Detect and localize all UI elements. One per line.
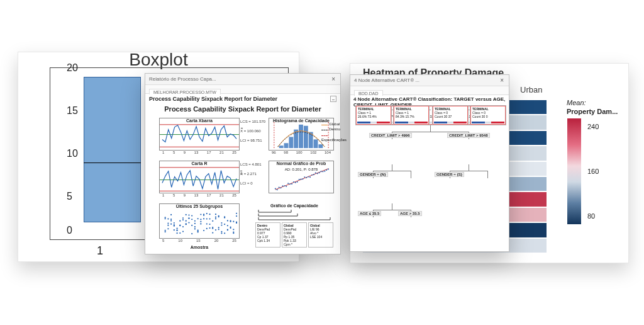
cart-node: TERMINALClass = 184.3% 15.7% [393, 105, 430, 125]
heatmap-legend-tick: 160 [587, 168, 599, 175]
svg-rect-113 [304, 126, 308, 148]
svg-rect-110 [289, 137, 293, 148]
svg-point-101 [233, 229, 234, 230]
svg-point-137 [309, 176, 311, 178]
cart-cond: CREDIT_LIMIT > 9548 [447, 133, 490, 138]
sixpack-worksheet-tab[interactable]: MELHORAR.PROCESSO.MTW [149, 89, 221, 94]
svg-line-117 [275, 169, 328, 190]
boxplot-xlabel: 1 [97, 244, 103, 258]
svg-point-72 [212, 232, 213, 233]
rchart-xticks: 15913172125 [160, 193, 239, 198]
svg-point-123 [284, 185, 285, 186]
svg-point-11 [167, 218, 169, 219]
svg-point-90 [227, 220, 228, 221]
cap-chart: Gráfico de Capacidade Dentro DesvPad 0.9… [253, 203, 335, 239]
cart-titlebar[interactable]: 4 Node Alternative CART® ... × [350, 75, 509, 86]
svg-point-93 [227, 225, 228, 226]
svg-point-50 [197, 218, 199, 219]
cart-node: TERMINALClass = 0Count 30 0 [470, 105, 506, 125]
svg-point-75 [215, 218, 216, 219]
svg-point-38 [188, 214, 189, 215]
svg-point-84 [221, 232, 222, 234]
heatmap-legend-title: Mean: [567, 99, 619, 106]
svg-point-21 [174, 225, 175, 227]
cart-worksheet-tab[interactable]: BDD.DAD [354, 90, 383, 96]
cart-cond: GENDER = {N} [358, 172, 388, 177]
heatmap-column-label: Urban [520, 85, 542, 94]
svg-point-13 [167, 225, 169, 226]
xbar-xticks: 15913172125 [160, 151, 239, 156]
svg-point-26 [179, 232, 180, 234]
minimize-icon[interactable]: – [330, 96, 336, 102]
sixpack-titlebar[interactable]: Relatório de Processo Capa... × [145, 74, 340, 85]
svg-point-64 [206, 213, 208, 214]
svg-point-127 [291, 183, 292, 185]
cart-window[interactable]: 4 Node Alternative CART® ... × BDD.DAD 4… [350, 74, 509, 252]
sixpack-band-text: Process Capability Sixpack Report for Di… [149, 96, 277, 102]
svg-point-60 [203, 230, 204, 231]
svg-point-92 [227, 229, 228, 230]
svg-point-140 [315, 172, 316, 173]
svg-point-146 [326, 169, 327, 171]
svg-point-69 [209, 218, 210, 219]
cart-node: TERMINALClass = 126.6% 73.4% [355, 105, 392, 125]
svg-point-23 [176, 228, 177, 229]
svg-point-95 [230, 227, 231, 229]
svg-point-47 [194, 226, 196, 227]
svg-point-66 [209, 224, 210, 225]
svg-point-145 [324, 171, 325, 172]
hist-xticks: 9698100102104 [269, 151, 333, 156]
svg-point-85 [221, 224, 222, 225]
sixpack-band: Process Capability Sixpack Report for Di… [145, 94, 340, 104]
svg-point-41 [188, 222, 189, 223]
svg-point-54 [200, 221, 201, 222]
svg-point-77 [215, 214, 216, 215]
svg-point-6 [165, 230, 166, 231]
sixpack-title: Process Capability Sixpack Report for Di… [145, 105, 340, 113]
svg-point-55 [200, 214, 201, 215]
svg-point-135 [306, 177, 307, 178]
svg-point-74 [215, 229, 216, 231]
svg-point-32 [182, 231, 184, 232]
svg-point-31 [182, 226, 184, 227]
svg-point-7 [165, 217, 166, 218]
svg-point-132 [301, 179, 302, 180]
svg-point-49 [194, 223, 196, 224]
svg-rect-115 [314, 139, 318, 148]
svg-point-82 [221, 222, 222, 224]
boxplot-ytick: 10 [67, 148, 78, 159]
svg-point-25 [176, 232, 177, 234]
svg-point-119 [277, 189, 278, 190]
svg-point-16 [170, 220, 172, 221]
sixpack-tab-label: Relatório de Processo Capa... [149, 76, 216, 82]
svg-point-14 [170, 219, 172, 220]
svg-point-147 [328, 168, 329, 169]
close-icon[interactable]: × [499, 77, 505, 84]
svg-point-30 [182, 219, 184, 220]
svg-point-37 [186, 214, 187, 215]
svg-point-76 [215, 217, 216, 218]
svg-point-56 [200, 219, 201, 220]
svg-point-18 [174, 222, 175, 224]
svg-rect-109 [284, 143, 289, 148]
cart-tab-label: 4 Node Alternative CART® ... [354, 77, 419, 83]
svg-point-105 [236, 222, 237, 224]
boxplot-ytick: 0 [67, 225, 72, 236]
svg-point-24 [176, 230, 177, 231]
svg-rect-116 [318, 144, 323, 148]
sixpack-window[interactable]: Relatório de Processo Capa... × MELHORAR… [145, 73, 341, 254]
svg-point-141 [317, 173, 318, 174]
svg-point-133 [302, 178, 303, 180]
svg-point-73 [212, 220, 213, 222]
svg-point-35 [186, 220, 187, 222]
svg-point-45 [191, 219, 192, 220]
svg-point-138 [311, 174, 313, 176]
boxplot-ytick: 20 [67, 62, 78, 74]
svg-point-12 [167, 222, 169, 224]
svg-point-125 [287, 183, 289, 184]
heatmap-legend-tick: 80 [587, 212, 595, 220]
svg-point-61 [203, 214, 204, 215]
svg-point-33 [182, 217, 184, 219]
boxplot-median-1 [84, 162, 141, 163]
close-icon[interactable]: × [330, 76, 336, 83]
